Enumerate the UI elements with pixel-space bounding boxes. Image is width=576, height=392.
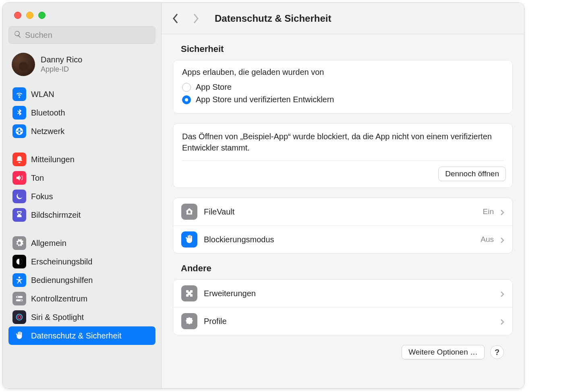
gear-icon <box>12 236 26 250</box>
main-panel: Datenschutz & Sicherheit Sicherheit Apps… <box>162 3 524 388</box>
sidebar-item-appearance[interactable]: Erscheinungsbild <box>8 252 155 271</box>
sidebar-item-focus[interactable]: Fokus <box>8 187 155 206</box>
sidebar-item-network[interactable]: Netzwerk <box>8 122 155 140</box>
bluetooth-icon <box>12 106 26 120</box>
sidebar-item-notifications[interactable]: Mitteilungen <box>8 150 155 169</box>
setting-label: FileVault <box>204 207 234 217</box>
radio-app-store-and-devs[interactable]: App Store und verifizierten Entwicklern <box>182 93 503 106</box>
filevault-row[interactable]: FileVault Ein <box>173 198 512 225</box>
user-subtitle: Apple-ID <box>41 65 82 74</box>
switches-icon <box>12 292 26 305</box>
profiles-row[interactable]: Profile <box>173 307 512 335</box>
svg-point-5 <box>21 299 22 301</box>
sidebar-item-label: Fokus <box>31 192 53 201</box>
accessibility-icon <box>12 273 26 287</box>
forward-button[interactable] <box>191 13 200 24</box>
security-settings-card: FileVault Ein Blockierungsmodus Aus <box>173 198 513 254</box>
setting-value: Aus <box>481 235 494 244</box>
allow-apps-label: Apps erlauben, die geladen wurden von <box>182 68 503 77</box>
hourglass-icon <box>12 208 26 222</box>
security-heading: Sicherheit <box>173 44 513 60</box>
avatar <box>12 53 35 76</box>
badge-icon <box>181 313 197 329</box>
sidebar-item-wlan[interactable]: WLAN <box>8 85 155 103</box>
sidebar-item-label: WLAN <box>31 90 54 99</box>
blocked-message: Das Öffnen von „Beispiel-App“ wurde bloc… <box>173 124 512 153</box>
puzzle-icon <box>181 285 197 301</box>
radio-app-store[interactable]: App Store <box>182 81 503 93</box>
bell-icon <box>12 153 26 166</box>
other-settings-card: Erweiterungen Profile <box>173 279 513 335</box>
radio-label: App Store <box>196 83 232 92</box>
sidebar-item-label: Netzwerk <box>31 127 64 136</box>
help-button[interactable]: ? <box>490 345 504 359</box>
chevron-right-icon <box>500 290 504 297</box>
search-input[interactable] <box>25 31 150 40</box>
hand-icon <box>12 329 26 342</box>
svg-point-6 <box>17 314 23 320</box>
radio-icon <box>182 95 191 104</box>
blocked-app-card: Das Öffnen von „Beispiel-App“ wurde bloc… <box>173 123 513 188</box>
user-name: Danny Rico <box>41 55 82 64</box>
sidebar: Danny Rico Apple-ID WLAN Bluetooth Netzw… <box>3 3 162 388</box>
sidebar-item-accessibility[interactable]: Bedienungshilfen <box>8 271 155 289</box>
globe-icon <box>12 124 26 138</box>
radio-label: App Store und verifizierten Entwicklern <box>196 95 334 104</box>
wifi-icon <box>12 87 26 101</box>
back-button[interactable] <box>171 13 180 24</box>
moon-icon <box>12 190 26 203</box>
minimize-window-button[interactable] <box>26 12 33 19</box>
more-options-button[interactable]: Weitere Optionen … <box>402 345 485 359</box>
sidebar-item-privacy-security[interactable]: Datenschutz & Sicherheit <box>8 326 155 345</box>
sidebar-item-general[interactable]: Allgemein <box>8 234 155 252</box>
setting-value: Ein <box>483 207 494 216</box>
setting-label: Profile <box>204 317 227 326</box>
speaker-icon <box>12 171 26 185</box>
window-controls <box>3 3 161 26</box>
radio-icon <box>182 83 191 92</box>
chevron-right-icon <box>500 208 504 215</box>
settings-window: Danny Rico Apple-ID WLAN Bluetooth Netzw… <box>2 2 524 389</box>
sidebar-item-label: Siri & Spotlight <box>31 313 84 322</box>
sidebar-item-label: Bedienungshilfen <box>31 276 93 285</box>
sidebar-item-label: Ton <box>31 173 44 183</box>
allow-apps-card: Apps erlauben, die geladen wurden von Ap… <box>173 60 513 113</box>
sidebar-item-label: Erscheinungsbild <box>31 257 92 266</box>
sidebar-item-sound[interactable]: Ton <box>8 169 155 187</box>
hand-icon <box>181 231 197 248</box>
sidebar-item-control-center[interactable]: Kontrollzentrum <box>8 289 155 308</box>
apple-id-row[interactable]: Danny Rico Apple-ID <box>3 50 161 83</box>
open-anyway-button[interactable]: Dennoch öffnen <box>438 167 506 181</box>
sidebar-item-label: Kontrollzentrum <box>31 294 87 303</box>
search-field[interactable] <box>8 26 155 44</box>
sidebar-item-bluetooth[interactable]: Bluetooth <box>8 103 155 122</box>
house-icon <box>181 204 197 220</box>
chevron-right-icon <box>500 318 504 324</box>
svg-point-7 <box>18 316 21 318</box>
zoom-window-button[interactable] <box>38 12 46 19</box>
svg-point-1 <box>19 276 21 279</box>
toolbar: Datenschutz & Sicherheit <box>162 3 524 34</box>
sidebar-item-label: Mitteilungen <box>31 155 75 164</box>
page-title: Datenschutz & Sicherheit <box>215 13 331 24</box>
other-heading: Andere <box>173 263 513 279</box>
sidebar-item-label: Allgemein <box>31 239 66 248</box>
chevron-right-icon <box>500 236 504 243</box>
search-icon <box>14 30 22 40</box>
sidebar-item-siri[interactable]: Siri & Spotlight <box>8 308 155 326</box>
setting-label: Blockierungsmodus <box>204 235 274 244</box>
sidebar-item-screentime[interactable]: Bildschirmzeit <box>8 206 155 224</box>
setting-label: Erweiterungen <box>204 289 256 298</box>
close-window-button[interactable] <box>14 12 21 19</box>
sidebar-item-label: Bluetooth <box>31 108 65 118</box>
appearance-icon <box>12 255 26 268</box>
sidebar-item-label: Datenschutz & Sicherheit <box>31 331 122 340</box>
svg-point-4 <box>17 296 18 297</box>
lockdown-mode-row[interactable]: Blockierungsmodus Aus <box>173 225 512 253</box>
extensions-row[interactable]: Erweiterungen <box>173 280 512 307</box>
siri-icon <box>12 310 26 324</box>
sidebar-item-label: Bildschirmzeit <box>31 210 81 220</box>
